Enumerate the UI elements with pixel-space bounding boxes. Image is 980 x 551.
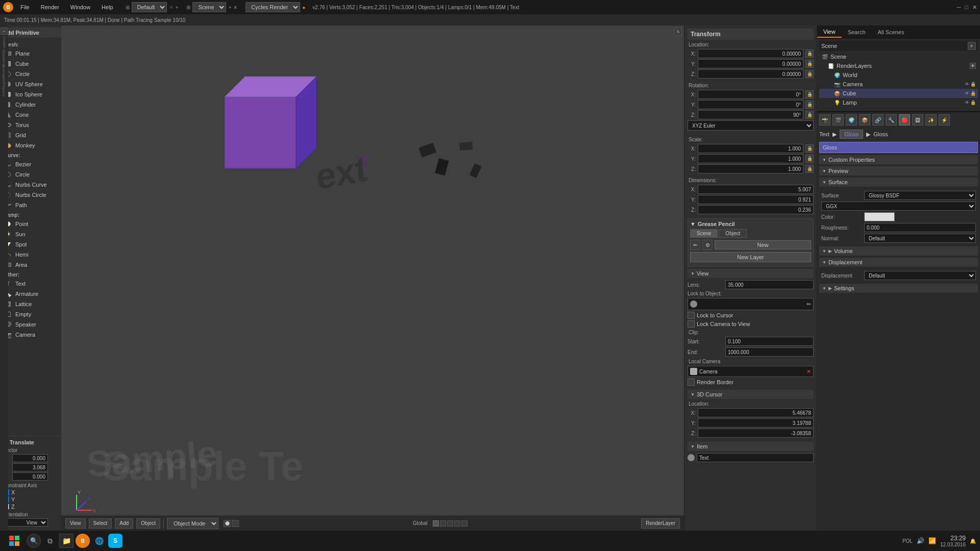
orientation-selector[interactable]: View: [3, 518, 48, 527]
lens-input[interactable]: [725, 280, 814, 289]
props-world-btn[interactable]: 🌍: [846, 114, 857, 126]
vec-x-input[interactable]: [12, 454, 48, 462]
props-physics-btn[interactable]: ⚡: [939, 114, 950, 126]
dim-x-input[interactable]: [698, 185, 814, 194]
scale-x-input[interactable]: [698, 144, 803, 153]
props-material-btn[interactable]: 🔴: [899, 114, 910, 126]
render-engine-selector[interactable]: Cycles Render: [246, 2, 300, 12]
gp-new-layer-btn[interactable]: New Layer: [690, 252, 811, 262]
props-object-btn[interactable]: 📦: [859, 114, 870, 126]
loc-x-lock[interactable]: 🔒: [805, 49, 814, 58]
renderlayers-eye-btn[interactable]: 👁: [970, 63, 976, 69]
other-speaker[interactable]: 🔊 Speaker: [0, 319, 61, 330]
lamp-point[interactable]: Point: [0, 219, 61, 229]
bsdf-selector[interactable]: GGX: [821, 202, 976, 211]
settings-header[interactable]: ▶ Settings: [819, 284, 978, 293]
surface-type-selector[interactable]: Glossy BSDF: [864, 191, 976, 200]
mesh-torus[interactable]: Torus: [0, 120, 61, 130]
right-tab-search[interactable]: Search: [842, 27, 872, 37]
gp-new-btn[interactable]: New: [715, 240, 811, 249]
outliner-world[interactable]: 🌍 World: [819, 70, 978, 80]
lock-object-edit[interactable]: ✏: [806, 301, 811, 308]
other-lattice[interactable]: Lattice: [0, 299, 61, 309]
loc-x-input[interactable]: [698, 49, 803, 58]
view-btn[interactable]: View: [65, 518, 86, 529]
props-texture-btn[interactable]: 🖼: [912, 114, 923, 126]
rot-x-input[interactable]: [698, 90, 803, 99]
loc-y-lock[interactable]: 🔒: [805, 60, 814, 68]
notifications-btn[interactable]: 🔔: [970, 538, 976, 544]
outliner-scene[interactable]: 🎬 Scene: [819, 52, 978, 61]
render-layer-btn[interactable]: RenderLayer: [641, 518, 680, 529]
rot-x-lock[interactable]: 🔒: [805, 90, 814, 98]
clip-start-input[interactable]: [725, 337, 814, 346]
right-tab-view[interactable]: View: [817, 27, 842, 38]
cursor-z-input[interactable]: [698, 429, 814, 438]
scale-z-input[interactable]: [698, 164, 803, 173]
mode-selector[interactable]: Object Mode: [167, 518, 218, 529]
view-section-header[interactable]: View: [688, 269, 814, 278]
viewport-wire-btn[interactable]: [232, 520, 239, 527]
props-constraints-btn[interactable]: 🔗: [872, 114, 884, 126]
menu-file[interactable]: File: [16, 3, 34, 11]
curve-nurbscurve[interactable]: Nurbs Curve: [0, 180, 61, 190]
camera-remove-btn[interactable]: ✕: [806, 368, 811, 375]
tool-create[interactable]: +: [1, 28, 8, 35]
clip-end-input[interactable]: [725, 347, 814, 357]
preview-header[interactable]: Preview: [819, 166, 978, 176]
outliner-renderlayers[interactable]: 📑 RenderLayers 👁: [819, 61, 978, 70]
cursor-x-input[interactable]: [698, 408, 814, 417]
speaker-tray[interactable]: 🔊: [917, 537, 924, 544]
volume-header[interactable]: ▶ Volume: [819, 246, 978, 256]
gp-scene-tab[interactable]: Scene: [690, 229, 718, 238]
add-btn[interactable]: Add: [115, 518, 133, 529]
props-particles-btn[interactable]: ✨: [925, 114, 937, 126]
fileexplorer-btn[interactable]: 📁: [59, 534, 74, 548]
lock-cursor-checkbox[interactable]: [688, 312, 695, 319]
outliner-lamp[interactable]: 💡 Lamp 👁 🔒: [819, 98, 978, 107]
lamp-spot[interactable]: Spot: [0, 239, 61, 249]
vec-z-input[interactable]: [12, 472, 48, 481]
layer-3[interactable]: [447, 520, 453, 527]
scale-y-lock[interactable]: 🔒: [805, 155, 814, 163]
other-empty[interactable]: Empty: [0, 309, 61, 319]
mesh-uvsphere[interactable]: UV Sphere: [0, 79, 61, 89]
gp-settings-btn[interactable]: ⚙: [702, 240, 713, 250]
layer-1[interactable]: [433, 520, 439, 527]
dim-z-input[interactable]: [698, 205, 814, 214]
mesh-plane[interactable]: Plane: [0, 48, 61, 59]
lamp-render-btn[interactable]: 🔒: [970, 100, 976, 105]
viewport[interactable]: Sample Te ext T: [61, 26, 684, 531]
layer-5[interactable]: [461, 520, 468, 527]
right-tab-all[interactable]: All Scenes: [872, 27, 911, 37]
mesh-cube[interactable]: Cube: [0, 59, 61, 69]
rot-y-lock[interactable]: 🔒: [805, 101, 814, 109]
close-btn[interactable]: ✕: [972, 4, 977, 11]
displacement-header[interactable]: Displacement: [819, 258, 978, 267]
loc-y-input[interactable]: [698, 59, 803, 68]
menu-help[interactable]: Help: [97, 3, 117, 11]
mesh-cylinder[interactable]: Cylinder: [0, 99, 61, 110]
lamp-area[interactable]: Area: [0, 260, 61, 270]
props-modifiers-btn[interactable]: 🔧: [886, 114, 897, 126]
render-border-checkbox[interactable]: [688, 379, 695, 386]
rot-z-lock[interactable]: 🔒: [805, 111, 814, 119]
outliner-camera[interactable]: 📷 Camera 👁 🔒: [819, 80, 978, 89]
cube-render-btn[interactable]: 🔒: [970, 91, 976, 96]
scale-z-lock[interactable]: 🔒: [805, 165, 814, 173]
lock-camera-checkbox[interactable]: [688, 320, 695, 328]
rot-y-input[interactable]: [698, 100, 803, 109]
props-render-btn[interactable]: 📸: [819, 114, 830, 126]
mesh-grid[interactable]: Grid: [0, 130, 61, 140]
viewport-shading-btn[interactable]: ⬤: [224, 520, 231, 527]
mat-name-input[interactable]: [819, 142, 978, 153]
select-btn[interactable]: Select: [89, 518, 112, 529]
mesh-icosphere[interactable]: Ico Sphere: [0, 89, 61, 99]
maximize-btn[interactable]: □: [965, 4, 968, 11]
props-scene-btn[interactable]: 🎬: [832, 114, 844, 126]
loc-z-input[interactable]: [698, 69, 803, 79]
minimize-btn[interactable]: ─: [957, 4, 961, 11]
mesh-cone[interactable]: Cone: [0, 110, 61, 120]
chrome-btn[interactable]: 🌐: [92, 534, 106, 548]
lamp-sun[interactable]: ☀ Sun: [0, 229, 61, 239]
